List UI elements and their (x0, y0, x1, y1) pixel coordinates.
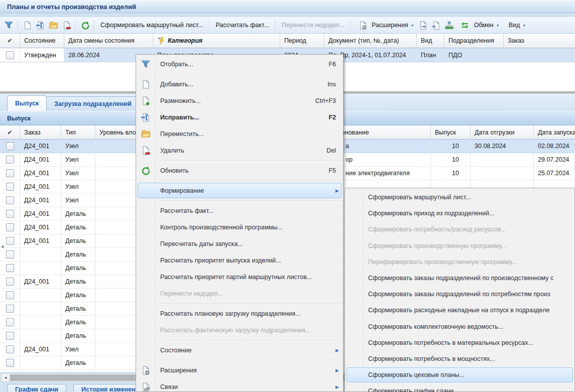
context-menu-item-duplicate[interactable]: Размножить...Ctrl+F3 (136, 92, 343, 109)
column-header-label: Заказ (508, 37, 524, 44)
edit-icon[interactable] (35, 20, 46, 31)
context-menu-item-add[interactable]: Добавить...Ins (136, 76, 343, 92)
plans-row-cell-state: Утвержден (20, 48, 64, 62)
column-header-qty[interactable]: Выпуск (431, 125, 471, 140)
release-cell-order: Д24_001 (20, 153, 61, 167)
row-checkbox[interactable] (6, 250, 14, 258)
shortcut-label: Del (326, 147, 336, 154)
carry-backlog-button[interactable]: Перенести недодел... (278, 20, 348, 30)
menu-separator (160, 200, 342, 201)
context-menu-item-control-production-program[interactable]: Контроль производственной программы... (136, 219, 343, 235)
add-icon[interactable] (22, 20, 33, 31)
context-menu-item-formation[interactable]: Формирование▶ (136, 182, 343, 199)
submenu-item-form-capacity-demand[interactable]: Сформировать потребность в мощностях... (345, 351, 574, 367)
release-cell-order: Д24_001 (20, 180, 61, 194)
context-menu-item-extensions[interactable]: Расширения▶ (136, 362, 343, 378)
release-cell-ship_date: 30.08.2024 (471, 140, 534, 153)
column-header-category[interactable]: Категория (153, 34, 280, 48)
submenu-item-reform-production-program: Переформировать производственную програм… (345, 254, 574, 270)
column-header-state_date[interactable]: Дата смены состояния (64, 34, 153, 48)
release-cell-order (20, 356, 61, 370)
tab-delivery-schedule[interactable]: График сдачи (7, 384, 66, 392)
context-menu-item-refresh[interactable]: ОбновитьF5 (136, 162, 343, 179)
submenu-item-form-shop-plans[interactable]: Сформировать цеховые планы... (345, 367, 574, 383)
submenu-item-label: Переформировать производственную програм… (368, 258, 567, 266)
row-checkbox[interactable] (6, 196, 14, 204)
row-checkbox[interactable] (6, 210, 14, 218)
context-menu-item-recalc-launch-dates[interactable]: Пересчитать даты запуска... (136, 235, 343, 252)
structure-icon[interactable] (444, 20, 455, 31)
toolbar-separator (18, 20, 18, 31)
row-checkbox[interactable] (6, 183, 14, 191)
column-header-state[interactable]: Состояние (20, 34, 64, 48)
submenu-item-form-division-orders-by-demand[interactable]: Сформировать заказы подразделений по пот… (345, 286, 574, 302)
scroll-left-icon[interactable]: ◄ (2, 374, 10, 381)
context-menu-item-state[interactable]: Состояние▶ (136, 342, 343, 358)
splitter-collapse-icon[interactable]: ◄ (0, 244, 5, 249)
column-header-kind[interactable]: Вид (417, 34, 444, 48)
filter-icon[interactable] (3, 20, 14, 31)
row-checkbox[interactable] (6, 142, 14, 150)
context-menu-item-links[interactable]: Связи▶ (136, 378, 343, 392)
row-checkbox[interactable] (6, 345, 14, 353)
submenu-arrow-icon: ▶ (335, 348, 339, 353)
extensions-dropdown[interactable]: Расширения ▼ (354, 19, 417, 32)
column-header-launch_date[interactable]: Дата запуска (534, 125, 575, 140)
column-header-check[interactable]: ✔ (0, 125, 20, 140)
row-checkbox[interactable] (6, 156, 14, 164)
context-menu-item-move[interactable]: Переместить... (136, 125, 343, 142)
context-menu-item-delete[interactable]: УдалитьDel (136, 142, 343, 159)
column-header-check[interactable]: ✔ (0, 34, 20, 48)
import-icon[interactable] (431, 20, 442, 31)
view-dropdown[interactable]: Вид ▼ (506, 21, 529, 30)
submenu-item-form-picking-list[interactable]: Сформировать комплектовочную ведомость..… (345, 319, 574, 335)
column-header-order[interactable]: Заказ (20, 125, 61, 140)
exchange-dropdown[interactable]: Обмен ▼ (456, 19, 502, 32)
row-checkbox[interactable] (6, 291, 14, 299)
release-cell-order: Д24_001 (20, 234, 61, 248)
chevron-down-icon: ▼ (411, 24, 414, 27)
calc-fact-button[interactable]: Рассчитать факт... (212, 20, 273, 30)
context-menu-item-edit[interactable]: Исправить...F2 (136, 109, 343, 125)
row-checkbox[interactable] (6, 169, 14, 177)
refresh-icon[interactable] (79, 20, 90, 31)
context-menu-item-calc-planned-load[interactable]: Рассчитать плановую загрузку подразделен… (136, 305, 343, 322)
context-menu-item-label: Рассчитать факт... (160, 207, 336, 214)
row-checkbox[interactable] (6, 264, 14, 272)
row-checkbox[interactable] (6, 237, 14, 245)
context-menu-item-calc-fact[interactable]: Рассчитать факт... (136, 202, 343, 219)
column-header-label: Период (284, 37, 306, 44)
submenu-item-form-delivery-schedule[interactable]: Сформировать график сдачи... (345, 383, 574, 392)
column-header-divisions[interactable]: Подразделения (444, 34, 504, 48)
export-icon[interactable] (418, 20, 429, 31)
submenu-item-form-division-orders-by-production[interactable]: Сформировать заказы подразделений по про… (345, 270, 574, 286)
context-menu-item-filter[interactable]: Отобрать...F6 (136, 56, 343, 72)
plans-row-cell-kind: План (417, 48, 444, 62)
row-checkbox[interactable] (6, 318, 14, 326)
row-checkbox[interactable] (6, 278, 14, 286)
submenu-item-form-expense-invoices[interactable]: Сформировать расходные накладные на отпу… (345, 302, 574, 318)
move-icon[interactable] (48, 20, 59, 31)
tab-release[interactable]: Выпуск (7, 95, 47, 111)
context-menu-item-calc-priority-products[interactable]: Рассчитать приоритет выпуска изделий... (136, 252, 343, 269)
row-checkbox[interactable] (6, 223, 14, 231)
delete-icon[interactable] (61, 20, 72, 31)
submenu-item-label: Сформировать заказы подразделений по пот… (368, 291, 567, 298)
release-cell-check (0, 153, 20, 167)
column-header-order[interactable]: Заказ (504, 34, 575, 48)
column-header-period[interactable]: Период (280, 34, 324, 48)
release-cell-order: Д24_001 (20, 167, 61, 180)
submenu-item-form-material-demand[interactable]: Сформировать потребность в материальных … (345, 335, 574, 351)
row-checkbox[interactable] (6, 305, 14, 313)
column-header-type[interactable]: Тип (61, 125, 95, 140)
row-checkbox[interactable] (6, 359, 14, 367)
column-header-ship_date[interactable]: Дата отгрузки (471, 125, 534, 140)
row-checkbox[interactable] (6, 332, 14, 340)
context-menu-item-calc-priority-route-batches[interactable]: Рассчитать приоритет партий маршрутных л… (136, 269, 343, 285)
submenu-item-form-incoming-from-divisions[interactable]: Сформировать приход из подразделений... (345, 205, 574, 221)
row-checkbox[interactable] (6, 51, 14, 59)
release-cell-check (0, 167, 20, 180)
submenu-item-form-route-sheet[interactable]: Сформировать маршрутный лист... (345, 189, 574, 205)
column-header-document[interactable]: Документ (тип, №, дата) (324, 34, 417, 48)
format-route-sheet-button[interactable]: Сформировать маршрутный лист... (97, 20, 207, 30)
